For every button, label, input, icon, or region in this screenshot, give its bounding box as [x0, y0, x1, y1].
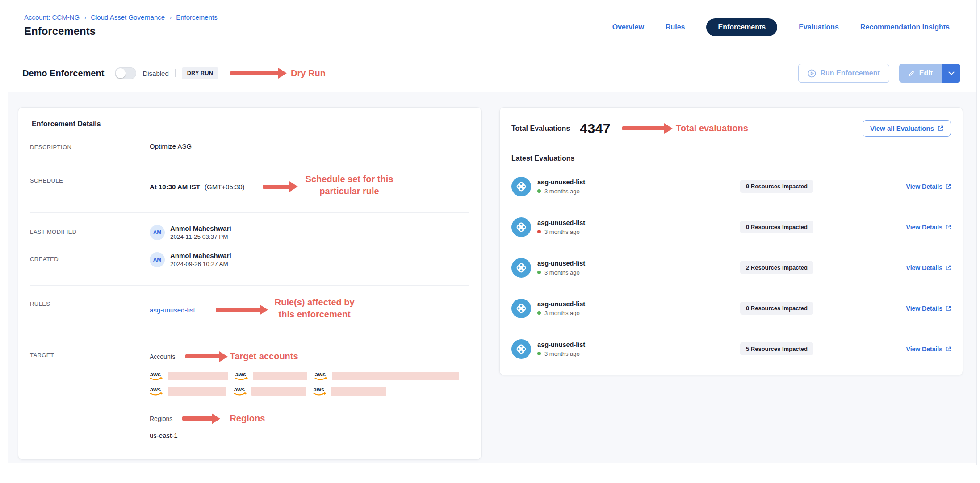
- enable-toggle[interactable]: [115, 67, 136, 79]
- evaluation-row: asg-unused-list 3 months ago 5 Resources…: [500, 329, 963, 369]
- annotation-schedule: Schedule set for this particular rule: [306, 173, 394, 197]
- aws-account-item: aws: [314, 371, 459, 381]
- description-value: Optimize ASG: [150, 142, 469, 150]
- status-dot: [537, 311, 541, 315]
- status-dot: [537, 230, 541, 233]
- aws-account-item: aws: [234, 386, 306, 396]
- breadcrumb-governance[interactable]: Cloud Asset Governance: [91, 13, 165, 21]
- evaluation-rule-name: asg-unused-list: [537, 260, 701, 267]
- evaluation-rule-name: asg-unused-list: [537, 341, 701, 348]
- evaluations-header: Total Evaluations 4347 Total evaluations…: [500, 108, 963, 137]
- annotation-arrow: [182, 416, 213, 421]
- created-by-name: Anmol Maheshwari: [170, 252, 231, 259]
- aws-logo-icon: aws: [234, 386, 250, 396]
- annotation-arrow: [185, 354, 220, 358]
- total-evaluations-value: 4347: [580, 121, 611, 136]
- svg-text:aws: aws: [150, 371, 161, 378]
- rules-label: RULES: [30, 299, 150, 307]
- tab-recommendation-insights[interactable]: Recommendation Insights: [860, 23, 950, 31]
- evaluation-row: asg-unused-list 3 months ago 2 Resources…: [500, 247, 963, 288]
- regions-label: Regions: [150, 415, 172, 422]
- evaluation-time: 3 months ago: [544, 310, 580, 316]
- evaluation-rule-name: asg-unused-list: [537, 219, 701, 226]
- redacted-account-id: [332, 372, 459, 380]
- evaluation-row: asg-unused-list 3 months ago 9 Resources…: [500, 166, 963, 207]
- resources-impacted-badge: 0 Resources Impacted: [740, 302, 813, 315]
- target-accounts-list: aws aws aws: [150, 371, 469, 396]
- aws-account-item: aws: [313, 386, 386, 396]
- enforcement-name: Demo Enforcement: [22, 68, 104, 79]
- view-details-link[interactable]: View Details: [906, 346, 951, 353]
- svg-text:aws: aws: [315, 371, 326, 378]
- schedule-timezone: (GMT+05:30): [205, 183, 245, 191]
- description-row: DESCRIPTION Optimize ASG: [30, 131, 469, 162]
- modified-by-name: Anmol Maheshwari: [170, 225, 231, 232]
- annotation-arrow: [263, 185, 290, 189]
- svg-text:aws: aws: [314, 386, 324, 393]
- annotation-regions: Regions: [230, 412, 265, 425]
- total-evaluations-label: Total Evaluations: [511, 125, 570, 133]
- page: Account: CCM-NG › Cloud Asset Governance…: [0, 0, 980, 483]
- aws-account-item: aws: [150, 386, 226, 396]
- tab-enforcements[interactable]: Enforcements: [706, 18, 777, 36]
- toolbar-actions: Run Enforcement Edit: [798, 64, 960, 83]
- view-details-link[interactable]: View Details: [906, 183, 951, 190]
- breadcrumb-account[interactable]: Account: CCM-NG: [24, 13, 80, 21]
- accounts-label: Accounts: [150, 353, 176, 360]
- external-link-icon: [946, 346, 951, 352]
- avatar: AM: [150, 225, 165, 240]
- asg-rule-icon: [511, 258, 531, 278]
- asg-rule-icon: [511, 299, 531, 318]
- external-link-icon: [946, 265, 951, 271]
- aws-logo-icon: aws: [150, 386, 166, 396]
- created-at-date: 2024-09-26 10:27 AM: [170, 261, 231, 267]
- annotation-dry-run: Dry Run: [291, 67, 326, 79]
- redacted-account-id: [251, 387, 306, 396]
- play-circle-icon: [808, 69, 816, 78]
- tab-bar: Overview Rules Enforcements Evaluations …: [612, 0, 950, 54]
- view-all-evaluations-label: View all Evaluations: [870, 125, 934, 132]
- aws-logo-icon: aws: [235, 371, 251, 381]
- breadcrumb-enforcements[interactable]: Enforcements: [176, 13, 218, 21]
- toggle-state-label: Disabled: [142, 70, 168, 77]
- evaluation-row: asg-unused-list 3 months ago 0 Resources…: [500, 207, 963, 247]
- asg-rule-icon: [511, 339, 531, 359]
- content-body: Enforcement Details DESCRIPTION Optimize…: [8, 92, 976, 463]
- target-label: TARGET: [30, 350, 150, 358]
- region-value: us-east-1: [150, 432, 469, 453]
- target-row: TARGET Accounts Target accounts aws: [30, 337, 469, 453]
- modified-at-date: 2024-11-25 03:37 PM: [170, 233, 231, 240]
- resources-impacted-badge: 5 Resources Impacted: [740, 342, 813, 355]
- rule-link[interactable]: asg-unused-list: [150, 306, 195, 314]
- annotation-rules: Rule(s) affected by this enforcement: [275, 296, 355, 321]
- created-label: CREATED: [30, 252, 150, 267]
- aws-account-item: aws: [150, 371, 228, 381]
- chevron-down-icon: [948, 71, 955, 75]
- view-details-link[interactable]: View Details: [906, 305, 951, 312]
- external-link-icon: [946, 306, 951, 311]
- status-dot: [537, 352, 541, 355]
- view-details-link[interactable]: View Details: [906, 224, 951, 231]
- edit-dropdown-button[interactable]: [942, 64, 960, 83]
- edit-button[interactable]: Edit: [899, 64, 942, 83]
- aws-logo-icon: aws: [314, 371, 331, 381]
- avatar: AM: [150, 252, 165, 267]
- evaluations-list: asg-unused-list 3 months ago 9 Resources…: [500, 166, 963, 369]
- schedule-label: SCHEDULE: [30, 176, 150, 184]
- evaluation-rule-name: asg-unused-list: [537, 300, 701, 308]
- breadcrumb: Account: CCM-NG › Cloud Asset Governance…: [24, 13, 218, 21]
- annotation-arrow: [622, 126, 665, 130]
- external-link-icon: [946, 225, 951, 230]
- redacted-account-id: [168, 372, 228, 380]
- divider: [175, 69, 176, 77]
- aws-account-item: aws: [235, 371, 307, 381]
- evaluation-time: 3 months ago: [544, 350, 580, 357]
- view-details-link[interactable]: View Details: [906, 264, 951, 271]
- run-enforcement-button[interactable]: Run Enforcement: [798, 64, 889, 83]
- view-all-evaluations-button[interactable]: View all Evaluations: [863, 120, 951, 137]
- tab-evaluations[interactable]: Evaluations: [799, 23, 839, 31]
- dry-run-badge: DRY RUN: [182, 67, 218, 79]
- tab-rules[interactable]: Rules: [666, 23, 685, 31]
- annotation-arrow: [216, 308, 260, 312]
- tab-overview[interactable]: Overview: [612, 23, 644, 31]
